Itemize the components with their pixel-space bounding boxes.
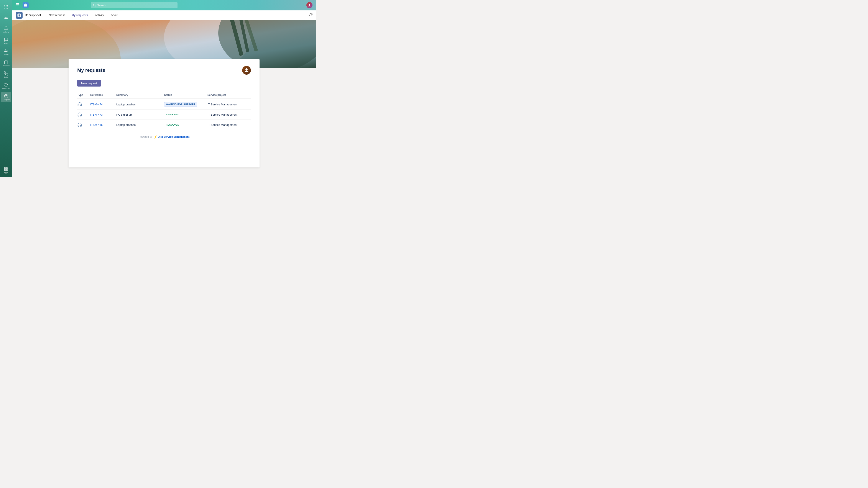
tab-about[interactable]: About [107,11,122,20]
svg-rect-22 [18,3,19,4]
tab-activity[interactable]: Activity [92,11,107,20]
table-row: ITSM-466 Laptop crashes RESOLVED IT Serv… [77,120,251,130]
sidebar-item-apps[interactable]: Apps [1,165,11,175]
col-type: Type [77,94,90,97]
sidebar-item-it-support-label: IT Support [2,99,10,101]
table-row: ITSM-474 Laptop crashes WAITING FOR SUPP… [77,99,251,109]
svg-rect-16 [5,167,6,168]
nav-tabs: New request My requests Activity About [45,10,122,20]
svg-rect-28 [18,6,19,6]
svg-rect-6 [5,8,5,8]
table-header: Type Reference Summary Status Service pr… [77,92,251,98]
row3-type-icon [77,122,90,127]
svg-point-31 [309,4,310,5]
svg-rect-20 [16,3,17,4]
svg-rect-5 [7,6,8,7]
table-row: ITSM-473 PC stürzt ab RESOLVED IT Servic… [77,109,251,120]
row3-service-project: IT Service Management [208,123,251,126]
user-avatar [242,66,251,75]
svg-rect-17 [6,167,8,168]
col-service-project: Service project [208,94,251,97]
grid-icon[interactable] [16,3,19,7]
row3-summary: Laptop crashes [116,123,164,126]
jira-product-name: Jira Service Management [158,135,189,138]
content-area: My requests New request Type Reference S… [12,20,316,177]
sidebar-item-onedrive[interactable]: OneDrive [1,81,11,91]
app-logo [16,12,23,19]
tab-new-request[interactable]: New request [45,11,68,20]
svg-rect-25 [18,5,19,5]
sidebar-item-teams-logo[interactable] [1,13,11,24]
row2-summary: PC stürzt ab [116,113,164,116]
app-title: IT Support [25,13,41,17]
search-placeholder: Search [97,4,106,7]
card-header: My requests [77,66,251,75]
col-reference: Reference [90,94,116,97]
svg-rect-26 [16,6,17,6]
itsm-466-link[interactable]: ITSM-466 [90,123,103,126]
svg-rect-7 [6,8,6,8]
svg-rect-27 [17,6,18,6]
svg-point-39 [245,68,248,70]
teams-icon[interactable] [23,2,29,8]
row1-reference[interactable]: ITSM-474 [90,103,116,106]
main-content: Search ... IT Support New request My req… [12,0,316,177]
svg-rect-10 [5,61,8,64]
row1-status: WAITING FOR SUPPORT [164,102,208,106]
svg-rect-18 [5,169,6,170]
status-badge-waiting: WAITING FOR SUPPORT [164,102,197,106]
itsm-473-link[interactable]: ITSM-473 [90,113,103,116]
sidebar-item-apps-label: Apps [4,171,8,173]
search-bar[interactable]: Search [91,2,178,8]
row3-status: RESOLVED [164,123,208,127]
sidebar-item-calendar[interactable]: Calendar [1,58,11,69]
tab-my-requests[interactable]: My requests [68,11,92,20]
page-below-banner: My requests New request Type Reference S… [12,68,316,177]
sidebar-item-grid[interactable] [1,2,11,12]
svg-point-29 [93,4,95,6]
row3-reference[interactable]: ITSM-466 [90,123,116,126]
refresh-icon[interactable] [309,13,312,18]
svg-rect-23 [16,5,17,5]
svg-rect-4 [6,6,6,7]
row2-reference[interactable]: ITSM-473 [90,113,116,116]
itsm-474-link[interactable]: ITSM-474 [90,103,103,106]
new-request-button[interactable]: New request [77,80,101,87]
row2-type-icon [77,112,90,117]
sidebar-item-calls[interactable]: Calls [1,69,11,80]
sidebar-item-it-support[interactable]: IT Support [1,92,11,102]
row2-service-project: IT Service Management [208,113,251,116]
svg-rect-19 [6,169,8,170]
app-header: IT Support New request My requests Activ… [12,10,316,20]
svg-line-30 [95,6,95,6]
footer: Powered by ⚡ Jira Service Management [77,130,251,144]
svg-rect-3 [5,6,5,7]
powered-by-text: Powered by [139,135,152,138]
jira-logo: ⚡ Jira Service Management [154,135,189,139]
main-card: My requests New request Type Reference S… [69,59,259,167]
sidebar: Activity Chat Teams Calendar Calls OneDr… [0,0,12,177]
sidebar-item-chat[interactable]: Chat [1,36,11,46]
page-title: My requests [77,67,105,73]
sidebar-item-calls-label: Calls [4,76,8,78]
svg-rect-21 [17,3,18,4]
jira-bolt-icon: ⚡ [154,135,157,139]
topbar-more-icon[interactable]: ... [300,3,304,7]
sidebar-item-onedrive-label: OneDrive [2,88,10,89]
sidebar-item-activity-label: Activity [3,31,9,33]
status-badge-resolved-1: RESOLVED [164,112,181,117]
topbar: Search ... [12,0,316,10]
sidebar-more-dots[interactable]: ··· [3,157,9,164]
svg-point-9 [5,49,6,51]
sidebar-item-calendar-label: Calendar [3,65,9,67]
sidebar-item-activity[interactable]: Activity [1,24,11,35]
row2-status: RESOLVED [164,112,208,117]
sidebar-item-teams[interactable]: Teams [1,47,11,57]
user-avatar-topbar[interactable] [306,2,312,8]
col-status: Status [164,94,208,97]
svg-rect-8 [7,8,8,8]
svg-point-14 [4,94,8,98]
status-badge-resolved-2: RESOLVED [164,123,181,127]
svg-rect-24 [17,5,18,5]
row1-summary: Laptop crashes [116,103,164,106]
